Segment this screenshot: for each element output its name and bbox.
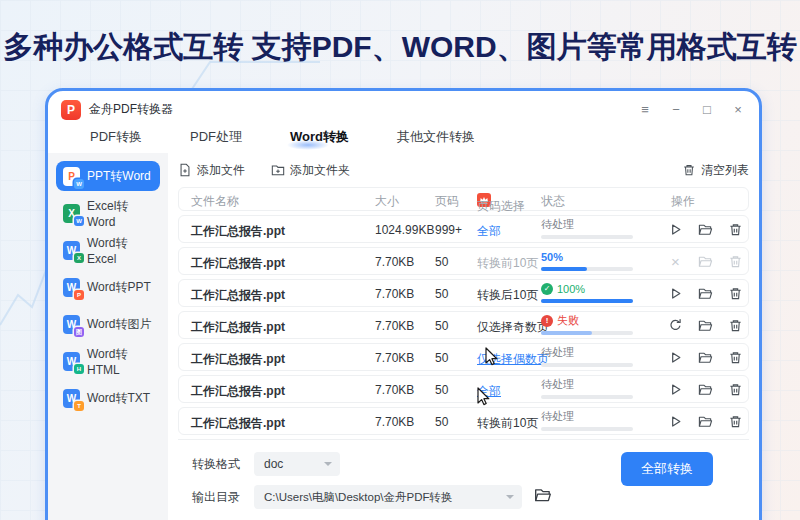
open-folder-button[interactable] [697, 317, 714, 334]
open-folder-button[interactable] [697, 253, 714, 270]
open-folder-button[interactable] [697, 349, 714, 366]
file-name: 工作汇总报告.ppt [191, 319, 285, 336]
close-button[interactable]: × [731, 102, 745, 117]
open-folder-button[interactable] [697, 221, 714, 238]
row-actions: × [667, 221, 744, 238]
add-file-button[interactable]: 添加文件 [178, 162, 245, 179]
conversion-type-icon: W P [63, 278, 80, 297]
format-select[interactable]: doc [254, 452, 340, 476]
file-size: 7.70KB [375, 319, 414, 333]
tab-label: PDF处理 [190, 129, 242, 144]
progress-bar [541, 395, 633, 399]
column-actions: 操作 [671, 193, 695, 210]
sidebar-item[interactable]: W X Word转Excel [56, 235, 160, 265]
delete-file-button[interactable] [727, 381, 744, 398]
page-count: 50 [435, 319, 448, 333]
app-window: P 金舟PDF转换器 ≡ − □ × PDF转换 PDF处理 Word转换 其他… [45, 88, 762, 520]
sidebar-item[interactable]: W H Word转HTML [56, 346, 160, 376]
sidebar-item[interactable]: W T Word转TXT [56, 383, 160, 413]
retry-convert-button[interactable] [667, 317, 684, 334]
file-name: 工作汇总报告.ppt [191, 383, 285, 400]
delete-file-button[interactable] [727, 413, 744, 430]
delete-file-button[interactable] [727, 317, 744, 334]
page-select-link[interactable]: 全部 [477, 383, 501, 400]
output-dir-value: C:\Users\电脑\Desktop\金舟PDF转换 [264, 491, 453, 503]
output-dir-label: 输出目录 [192, 489, 254, 506]
tab-label: 其他文件转换 [397, 129, 475, 144]
open-folder-button[interactable] [697, 381, 714, 398]
menu-icon[interactable]: ≡ [638, 102, 652, 117]
page-select-link[interactable]: 转换前10页 [477, 255, 538, 272]
sidebar-item-label: Word转图片 [87, 316, 151, 333]
tab[interactable]: 其他文件转换 [397, 128, 475, 146]
file-name: 工作汇总报告.ppt [191, 415, 285, 432]
status-cell: 待处理 [541, 346, 661, 367]
sidebar-item[interactable]: W 图 Word转图片 [56, 309, 160, 339]
conversion-type-icon: W H [63, 352, 80, 371]
delete-file-button[interactable] [727, 285, 744, 302]
sidebar: P W PPT转Word X W Excel转Word W X Word转Exc… [48, 153, 168, 520]
delete-file-button[interactable] [727, 253, 744, 270]
file-name: 工作汇总报告.ppt [191, 255, 285, 272]
page-count: 50 [435, 383, 448, 397]
start-convert-button[interactable] [667, 221, 684, 238]
convert-all-button[interactable]: 全部转换 [621, 452, 713, 486]
cancel-convert-button[interactable]: × [667, 253, 684, 270]
trash-icon [682, 163, 696, 177]
conversion-type-icon: W T [63, 389, 80, 408]
row-actions: × [667, 349, 744, 366]
open-folder-button[interactable] [697, 285, 714, 302]
delete-file-button[interactable] [727, 221, 744, 238]
sidebar-item[interactable]: P W PPT转Word [56, 161, 160, 191]
start-convert-button[interactable] [667, 285, 684, 302]
file-toolbar: 添加文件 添加文件夹 清空列表 [178, 153, 749, 187]
row-actions: × [667, 381, 744, 398]
add-folder-icon [271, 163, 285, 177]
page-select-link[interactable]: 转换后10页 [477, 287, 538, 304]
page-select-link[interactable]: 仅选择偶数页 [477, 351, 549, 368]
maximize-button[interactable]: □ [700, 102, 714, 117]
column-page-select-label: 页码选择 [477, 198, 525, 215]
minimize-button[interactable]: − [669, 102, 683, 117]
page-select-link[interactable]: 全部 [477, 223, 501, 240]
start-convert-button[interactable] [667, 349, 684, 366]
folder-open-icon [534, 486, 552, 504]
main-panel: 添加文件 添加文件夹 清空列表 文件名称 大小 页码 页码选择 [168, 153, 759, 520]
status-text: 100% [557, 283, 585, 295]
page-count: 50 [435, 287, 448, 301]
add-folder-button[interactable]: 添加文件夹 [271, 162, 350, 179]
output-dir-select[interactable]: C:\Users\电脑\Desktop\金舟PDF转换 [254, 485, 522, 509]
delete-file-button[interactable] [727, 349, 744, 366]
table-row: 工作汇总报告.ppt 1024.99KB 999+ 全部 待处理 × [178, 215, 749, 243]
file-size: 7.70KB [375, 415, 414, 429]
start-convert-button[interactable] [667, 413, 684, 430]
table-row: 工作汇总报告.ppt 7.70KB 50 仅选择奇数页 ! 失败 × [178, 311, 749, 339]
status-cell: 待处理 [541, 410, 661, 431]
tab[interactable]: PDF处理 [190, 128, 242, 146]
tab-bar: PDF转换 PDF处理 Word转换 其他文件转换 [48, 121, 759, 153]
status-text: 失败 [557, 313, 579, 328]
app-title: 金舟PDF转换器 [89, 101, 173, 118]
open-folder-button[interactable] [697, 413, 714, 430]
row-actions: × [667, 285, 744, 302]
file-size: 7.70KB [375, 351, 414, 365]
sidebar-item[interactable]: W P Word转PPT [56, 272, 160, 302]
status-cell: 50% [541, 250, 661, 271]
conversion-type-icon: W X [63, 241, 80, 260]
tab[interactable]: Word转换 [290, 128, 349, 146]
tab[interactable]: PDF转换 [90, 128, 142, 146]
start-convert-button[interactable] [667, 381, 684, 398]
status-text: 待处理 [541, 377, 574, 392]
clear-list-button[interactable]: 清空列表 [682, 162, 749, 179]
row-actions: × [667, 413, 744, 430]
status-text: 50% [541, 251, 563, 263]
status-cell: 待处理 [541, 218, 661, 239]
status-text: 待处理 [541, 217, 574, 232]
sidebar-item[interactable]: X W Excel转Word [56, 198, 160, 228]
page-select-link[interactable]: 仅选择奇数页 [477, 319, 549, 336]
page-select-link[interactable]: 转换前10页 [477, 415, 538, 432]
browse-folder-button[interactable] [534, 486, 552, 508]
app-logo: P [61, 100, 81, 120]
page-count: 999+ [435, 223, 462, 237]
column-page-select: 页码选择 [477, 193, 491, 207]
